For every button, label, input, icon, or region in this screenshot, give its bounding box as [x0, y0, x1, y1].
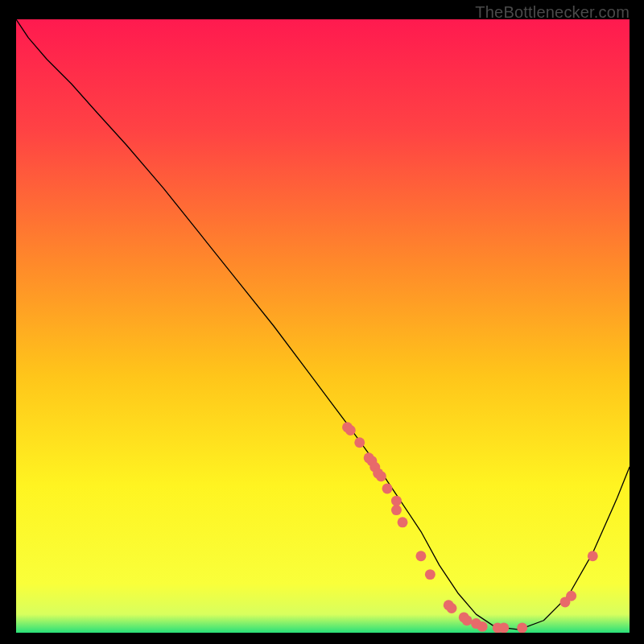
- data-point: [498, 622, 509, 633]
- data-point: [391, 496, 402, 506]
- data-points: [342, 422, 598, 633]
- data-point: [354, 437, 365, 448]
- data-point: [391, 505, 402, 515]
- data-point: [425, 569, 436, 580]
- data-point: [447, 603, 457, 613]
- curve-svg: [16, 19, 630, 633]
- data-point: [398, 517, 408, 527]
- chart-frame: TheBottlenecker.com: [0, 0, 644, 644]
- bottleneck-curve: [16, 19, 630, 630]
- data-point: [477, 621, 488, 632]
- data-point: [376, 471, 386, 481]
- data-point: [588, 551, 598, 561]
- data-point: [566, 591, 576, 601]
- data-point: [345, 425, 356, 436]
- data-point: [517, 622, 527, 633]
- data-point: [415, 551, 426, 561]
- plot-area: [16, 19, 630, 633]
- data-point: [462, 615, 473, 625]
- data-point: [382, 483, 393, 493]
